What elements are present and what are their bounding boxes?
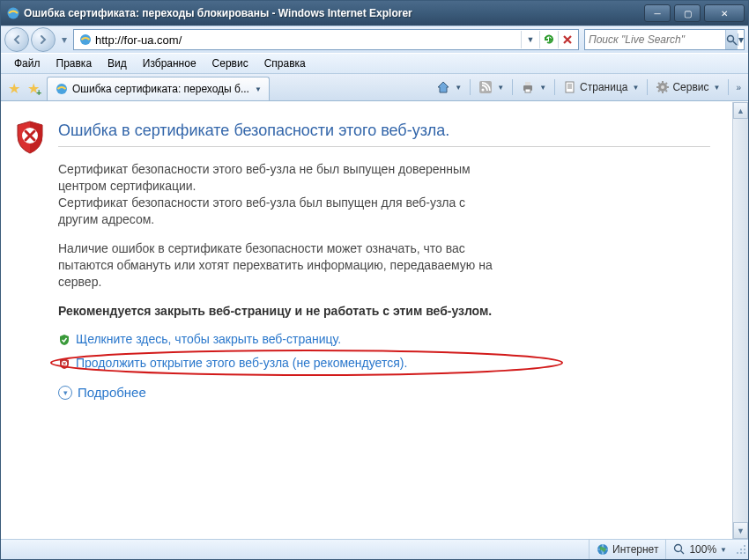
zone-label: Интернет bbox=[612, 543, 658, 556]
stop-x-icon bbox=[562, 34, 573, 45]
scroll-track[interactable] bbox=[733, 119, 748, 522]
print-icon bbox=[521, 80, 535, 94]
address-input[interactable] bbox=[95, 33, 521, 47]
toolbar-overflow-button[interactable]: » bbox=[732, 83, 745, 92]
add-favorite-button[interactable]: ★ bbox=[24, 78, 43, 98]
rss-icon bbox=[478, 80, 493, 94]
svg-line-20 bbox=[658, 83, 660, 85]
stop-button[interactable] bbox=[558, 31, 576, 48]
shield-error-icon bbox=[14, 120, 46, 402]
svg-line-3 bbox=[733, 41, 737, 45]
menu-file[interactable]: Файл bbox=[6, 55, 48, 72]
tab-ie-icon bbox=[55, 82, 69, 96]
svg-rect-9 bbox=[525, 89, 530, 92]
resize-grip-icon[interactable] bbox=[734, 542, 748, 556]
certificate-error-page: Ошибка в сертификате безопасности этого … bbox=[1, 102, 732, 539]
minimize-button[interactable]: ─ bbox=[644, 4, 671, 22]
tools-menu-label: Сервис bbox=[672, 81, 708, 93]
globe-icon bbox=[597, 543, 609, 556]
svg-point-31 bbox=[740, 549, 742, 550]
tools-menu-button[interactable]: Сервис ▼ bbox=[651, 77, 724, 98]
divider bbox=[58, 146, 710, 147]
back-button[interactable] bbox=[4, 27, 29, 52]
close-button[interactable]: ✕ bbox=[704, 4, 745, 22]
svg-line-21 bbox=[666, 91, 668, 92]
search-icon bbox=[726, 34, 738, 46]
menu-bar: Файл Правка Вид Избранное Сервис Справка bbox=[1, 53, 748, 74]
svg-point-34 bbox=[740, 552, 742, 554]
page-menu-label: Страница bbox=[580, 81, 627, 93]
home-button[interactable]: ▼ bbox=[432, 77, 466, 98]
shield-warn-icon bbox=[58, 357, 70, 370]
vertical-scrollbar[interactable]: ▲ ▼ bbox=[732, 102, 748, 539]
svg-point-32 bbox=[744, 549, 745, 550]
ie-logo-icon bbox=[6, 6, 20, 20]
continue-link[interactable]: Продолжить открытие этого веб-узла (не р… bbox=[58, 355, 710, 372]
address-bar: ▼ bbox=[73, 29, 579, 50]
more-info-toggle[interactable]: ▾ Подробнее bbox=[58, 384, 710, 402]
scroll-up-button[interactable]: ▲ bbox=[733, 102, 748, 119]
continue-link-text: Продолжить открытие этого веб-узла (не р… bbox=[76, 355, 407, 372]
tab-list-dropdown[interactable]: ▼ bbox=[255, 85, 262, 93]
search-box: ▾ bbox=[584, 29, 745, 50]
window-title: Ошибка сертификата: переходы блокированы… bbox=[24, 7, 644, 19]
command-bar: ▼ ▼ ▼ Страница ▼ Сервис ▼ bbox=[432, 77, 745, 98]
menu-edit[interactable]: Правка bbox=[48, 55, 100, 72]
zoom-dropdown[interactable]: ▼ bbox=[720, 546, 727, 554]
tab-active[interactable]: Ошибка сертификата: переходы б... ▼ bbox=[47, 77, 270, 100]
scroll-down-button[interactable]: ▼ bbox=[733, 522, 748, 539]
more-info-label: Подробнее bbox=[78, 384, 146, 402]
shield-ok-icon bbox=[58, 334, 70, 346]
print-button[interactable]: ▼ bbox=[516, 77, 551, 98]
star-icon: ★ bbox=[8, 80, 20, 97]
tab-command-bar: ★ ★ Ошибка сертификата: переходы б... ▼ … bbox=[1, 74, 748, 101]
favorites-center-button[interactable]: ★ bbox=[4, 78, 24, 98]
svg-point-28 bbox=[675, 545, 682, 552]
svg-rect-10 bbox=[566, 82, 574, 92]
page-menu-button[interactable]: Страница ▼ bbox=[559, 77, 643, 98]
refresh-go-icon bbox=[543, 33, 555, 46]
forward-button[interactable] bbox=[31, 27, 56, 52]
menu-view[interactable]: Вид bbox=[100, 55, 135, 72]
svg-point-35 bbox=[744, 552, 745, 554]
navigation-bar: ▾ ▼ ▾ bbox=[1, 26, 748, 53]
cert-p1a: Сертификат безопасности этого веб-узла н… bbox=[58, 162, 471, 193]
home-icon bbox=[436, 80, 450, 94]
svg-line-29 bbox=[681, 551, 685, 555]
menu-help[interactable]: Справка bbox=[256, 55, 314, 72]
svg-point-30 bbox=[744, 545, 745, 547]
gear-icon bbox=[656, 80, 670, 94]
maximize-button[interactable]: ▢ bbox=[674, 4, 701, 22]
zoom-pane[interactable]: 100% ▼ bbox=[665, 540, 734, 559]
recent-pages-dropdown[interactable]: ▾ bbox=[57, 30, 71, 49]
cert-error-title: Ошибка в сертификате безопасности этого … bbox=[58, 120, 710, 141]
chevron-down-circle-icon: ▾ bbox=[58, 386, 72, 400]
page-ie-icon bbox=[78, 33, 93, 47]
go-refresh-button[interactable] bbox=[539, 31, 558, 48]
content-area: Ошибка в сертификате безопасности этого … bbox=[1, 101, 748, 539]
status-bar: Интернет 100% ▼ bbox=[1, 539, 748, 559]
svg-point-2 bbox=[728, 35, 734, 41]
menu-favorites[interactable]: Избранное bbox=[135, 55, 204, 72]
menu-tools[interactable]: Сервис bbox=[204, 55, 256, 72]
cert-recommend: Рекомендуется закрыть веб-страницу и не … bbox=[58, 303, 508, 320]
search-go-button[interactable] bbox=[725, 30, 738, 49]
address-dropdown[interactable]: ▼ bbox=[521, 31, 539, 48]
svg-point-33 bbox=[737, 552, 738, 554]
search-input[interactable] bbox=[585, 33, 725, 46]
zoom-value: 100% bbox=[689, 543, 716, 556]
arrow-left-icon bbox=[11, 34, 22, 45]
close-page-link[interactable]: Щелкните здесь, чтобы закрыть веб-страни… bbox=[58, 331, 710, 348]
browser-window: Ошибка сертификата: переходы блокированы… bbox=[0, 0, 749, 560]
svg-line-23 bbox=[666, 83, 668, 85]
star-add-icon: ★ bbox=[27, 80, 40, 97]
search-provider-dropdown[interactable]: ▾ bbox=[738, 33, 744, 46]
zoom-icon bbox=[673, 543, 686, 556]
cert-p2: Наличие ошибок в сертификате безопасност… bbox=[58, 240, 508, 291]
feeds-button[interactable]: ▼ bbox=[474, 77, 508, 98]
svg-point-15 bbox=[661, 85, 664, 89]
svg-line-22 bbox=[658, 91, 660, 92]
arrow-right-icon bbox=[38, 34, 48, 45]
security-zone-pane[interactable]: Интернет bbox=[589, 540, 665, 559]
svg-rect-8 bbox=[525, 82, 530, 85]
